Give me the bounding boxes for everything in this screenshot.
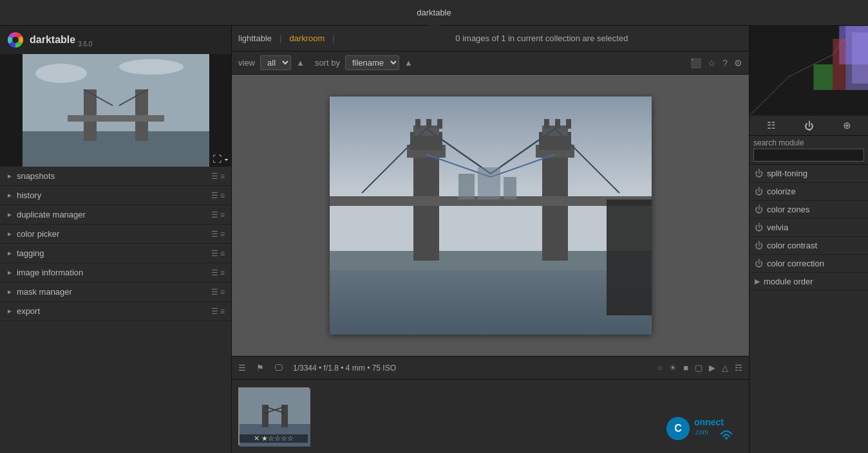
menu-icon[interactable]: ☰ xyxy=(238,363,246,373)
snapshots-icons: ☰ ≡ xyxy=(211,172,225,181)
lighttable-button[interactable]: lighttable xyxy=(238,33,272,43)
nav-buttons: lighttable | darkroom | xyxy=(238,33,335,43)
status-text: 0 images of 1 in current collection are … xyxy=(341,33,742,43)
help-icon[interactable]: ? xyxy=(722,58,728,68)
mask-manager-icons: ☰ ≡ xyxy=(211,288,225,297)
power-icon[interactable]: ⏻ xyxy=(755,223,763,232)
sidebar-item-image-information[interactable]: ► image information ☰ ≡ xyxy=(0,263,231,282)
sliders-icon[interactable]: ☷ xyxy=(767,120,775,131)
color-picker-label: color picker xyxy=(17,229,211,239)
sidebar-item-color-picker[interactable]: ► color picker ☰ ≡ xyxy=(0,225,231,244)
module-color-contrast[interactable]: ⏻ color contrast xyxy=(750,237,868,255)
sidebar-item-export[interactable]: ► export ☰ ≡ xyxy=(0,302,231,321)
history-icons: ☰ ≡ xyxy=(211,191,225,200)
sort-select[interactable]: filename xyxy=(345,55,399,70)
image-information-icons: ☰ ≡ xyxy=(211,268,225,277)
power-icon[interactable]: ⏻ xyxy=(755,187,763,196)
top-toolbar: lighttable | darkroom | 0 images of 1 in… xyxy=(232,26,749,51)
module-colorize[interactable]: ⏻ colorize xyxy=(750,183,868,201)
arrow-icon: ► xyxy=(6,269,13,276)
power-icon[interactable]: ⏻ xyxy=(755,169,763,178)
power-icon[interactable]: ⏻ xyxy=(755,241,763,250)
grid2-icon[interactable]: ☶ xyxy=(735,363,742,373)
thumbnail-image xyxy=(23,54,209,167)
svg-rect-13 xyxy=(330,251,652,270)
star-icon[interactable]: ☆ xyxy=(708,58,716,68)
svg-rect-55 xyxy=(833,39,845,90)
sidebar-item-duplicate-manager[interactable]: ► duplicate manager ☰ ≡ xyxy=(0,205,231,225)
svg-rect-25 xyxy=(544,119,549,129)
arrow-icon: ► xyxy=(6,230,13,237)
module-color-correction[interactable]: ⏻ color correction xyxy=(750,255,868,273)
watermark-area: C onnect .com xyxy=(665,412,742,447)
svg-rect-54 xyxy=(813,64,833,90)
filmstrip-thumbnail[interactable]: ✕ ★☆☆☆☆ xyxy=(238,387,309,445)
main-image xyxy=(330,97,652,335)
sidebar-item-tagging[interactable]: ► tagging ☰ ≡ xyxy=(0,244,231,263)
exposure-icon[interactable]: ○ xyxy=(657,363,663,373)
image-area xyxy=(232,75,749,356)
color-picker-icons: ☰ ≡ xyxy=(211,230,225,239)
monitor-icon[interactable]: 🖵 xyxy=(274,363,283,373)
svg-rect-36 xyxy=(478,167,500,199)
aperture-icon[interactable]: ⚑ xyxy=(256,363,264,373)
export-icons: ☰ ≡ xyxy=(211,307,225,316)
sidebar-item-mask-manager[interactable]: ► mask manager ☰ ≡ xyxy=(0,282,231,302)
module-color-zones[interactable]: ⏻ color zones xyxy=(750,201,868,219)
svg-rect-37 xyxy=(504,177,516,199)
nav-separator: | xyxy=(279,33,281,43)
sidebar-item-snapshots[interactable]: ► snapshots ☰ ≡ xyxy=(0,167,231,186)
module-split-toning[interactable]: ⏻ split-toning xyxy=(750,165,868,183)
logo-bar: darktable 3.6.0 xyxy=(0,26,231,54)
logo-text: darktable xyxy=(30,34,75,46)
bottom-icons: ○ ☀ ■ ▢ ▶ △ ☶ xyxy=(657,363,742,373)
image-information-label: image information xyxy=(17,268,211,277)
darkroom-button[interactable]: darkroom xyxy=(289,33,325,43)
power-icon[interactable]: ⏻ xyxy=(804,120,814,131)
logo-version: 3.6.0 xyxy=(78,41,92,48)
snapshots-label: snapshots xyxy=(17,171,211,181)
svg-rect-42 xyxy=(281,405,288,427)
svg-point-49 xyxy=(725,437,728,439)
svg-text:.com: .com xyxy=(694,429,708,436)
svg-point-9 xyxy=(35,64,87,83)
sort-arrow: ▲ xyxy=(404,58,413,68)
view-icons: ⬛ ☆ ? ⚙ xyxy=(690,58,742,68)
module-order[interactable]: ▶ module order xyxy=(750,273,868,291)
search-module-bar: search module xyxy=(750,136,868,165)
main-image-svg xyxy=(330,97,652,335)
settings-icon[interactable]: ⚙ xyxy=(734,58,742,68)
svg-point-1 xyxy=(12,37,19,43)
overexp-icon[interactable]: ▢ xyxy=(695,363,703,373)
light-icon[interactable]: ☀ xyxy=(669,363,677,373)
play-icon[interactable]: ▶ xyxy=(709,363,715,373)
nav-separator2: | xyxy=(332,33,334,43)
svg-rect-35 xyxy=(458,174,475,199)
expand-button[interactable]: ⛶ ▾ xyxy=(212,154,229,164)
view-bar: view all ▲ sort by filename ▲ ⬛ ☆ ? ⚙ xyxy=(232,51,749,75)
svg-text:onnect: onnect xyxy=(694,417,724,427)
search-module-label: search module xyxy=(753,138,864,147)
thumbnail-container: ⛶ ▾ xyxy=(0,54,231,167)
filmstrip-rating[interactable]: ✕ ★☆☆☆☆ xyxy=(240,434,308,443)
color-icon[interactable]: ■ xyxy=(683,363,688,373)
power-icon[interactable]: ⏻ xyxy=(755,259,763,268)
watermark-svg: C onnect .com xyxy=(665,412,742,445)
tagging-icons: ☰ ≡ xyxy=(211,249,225,258)
module-velvia[interactable]: ⏻ velvia xyxy=(750,219,868,237)
view-select[interactable]: all xyxy=(260,55,291,70)
bottom-info: 1/3344 • f/1.8 • 4 mm • 75 ISO xyxy=(293,364,396,373)
svg-rect-19 xyxy=(426,119,431,129)
bottom-bar: ☰ ⚑ 🖵 1/3344 • f/1.8 • 4 mm • 75 ISO ○ ☀… xyxy=(232,356,749,379)
grid-icon[interactable]: ⬛ xyxy=(690,58,701,68)
module-order-arrow: ▶ xyxy=(755,277,760,286)
warn-icon[interactable]: △ xyxy=(722,363,728,373)
sidebar-item-history[interactable]: ► history ☰ ≡ xyxy=(0,186,231,205)
arrow-icon: ► xyxy=(6,250,13,257)
power-icon[interactable]: ⏻ xyxy=(755,205,763,214)
right-panel: ☷ ⏻ ⊕ search module ⏻ split-toning ⏻ col… xyxy=(749,26,868,453)
add-icon[interactable]: ⊕ xyxy=(843,120,851,131)
search-module-input[interactable] xyxy=(753,149,864,162)
right-toolbar: ☷ ⏻ ⊕ xyxy=(750,116,868,136)
main-layout: darktable 3.6.0 ⛶ ▾ xyxy=(0,26,868,453)
